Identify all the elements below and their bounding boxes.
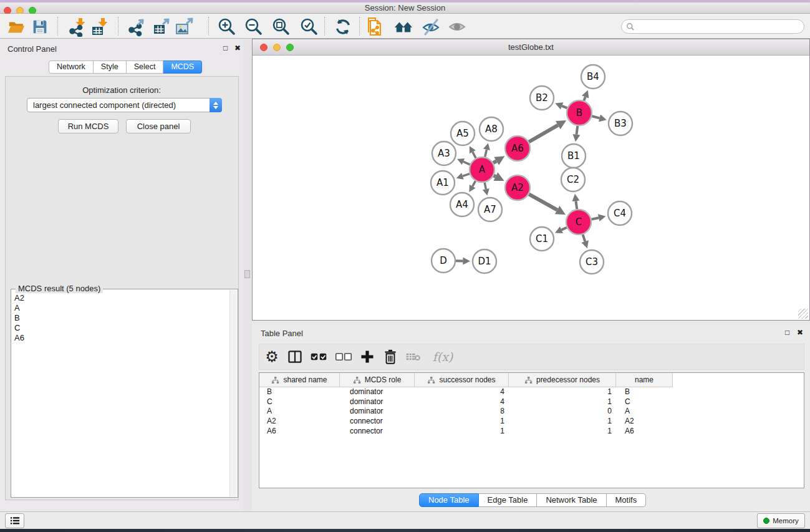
criterion-select[interactable]: largest connected component (directed): [27, 98, 222, 112]
delete-table-button[interactable]: [403, 344, 424, 369]
import-network-button[interactable]: [67, 17, 88, 37]
add-column-button[interactable]: [357, 344, 378, 369]
splitter-handle[interactable]: [244, 270, 250, 278]
graph-edge-A-A6[interactable]: [493, 161, 496, 163]
graph-edge-A-A2[interactable]: [494, 176, 496, 177]
search-field[interactable]: [621, 19, 804, 34]
table-cell[interactable]: C: [616, 397, 673, 407]
mcds-result-item[interactable]: A: [11, 303, 230, 313]
table-cell[interactable]: 1: [509, 397, 616, 407]
graph-edge-B-B3[interactable]: [592, 116, 599, 118]
network-view-window[interactable]: testGlobe.txt B4B2BB3A5A8A6B1A3AC2A1A2A4…: [252, 39, 810, 321]
column-header-shared-name[interactable]: shared name: [259, 373, 340, 387]
table-row[interactable]: A2connector11A2: [259, 417, 804, 427]
graph-edge-C-C2[interactable]: [576, 201, 577, 209]
table-cell[interactable]: dominator: [340, 397, 415, 407]
mcds-result-item[interactable]: B: [11, 313, 230, 323]
save-session-button[interactable]: [29, 17, 51, 37]
table-cell[interactable]: 0: [509, 407, 616, 417]
graph-edge-A-A1[interactable]: [463, 174, 470, 177]
table-cell[interactable]: 1: [415, 427, 509, 437]
new-network-from-selection-button[interactable]: [364, 17, 385, 37]
export-image-button[interactable]: [174, 17, 195, 37]
table-cell[interactable]: B: [259, 387, 340, 397]
import-table-button[interactable]: [89, 17, 110, 37]
table-cell[interactable]: A6: [616, 427, 673, 437]
table-cell[interactable]: A6: [259, 427, 340, 437]
zoom-in-button[interactable]: [216, 17, 238, 37]
table-cell[interactable]: 1: [509, 387, 616, 397]
show-hidden-button[interactable]: [446, 17, 468, 37]
network-minimize-button[interactable]: [273, 44, 281, 51]
graph-edge-B-B4[interactable]: [584, 97, 585, 100]
graph-edge-A-A8[interactable]: [485, 150, 487, 157]
run-mcds-button[interactable]: Run MCDS: [58, 119, 118, 133]
tab-node-table[interactable]: Node Table: [419, 493, 479, 507]
tab-mcds[interactable]: MCDS: [163, 60, 202, 74]
memory-button[interactable]: Memory: [757, 513, 805, 528]
apply-layout-button[interactable]: [332, 17, 354, 37]
table-cell[interactable]: 1: [415, 417, 509, 427]
graph-edge-C-C1[interactable]: [561, 228, 566, 230]
app-titlebar[interactable]: Session: New Session: [0, 2, 810, 14]
graph-edge-A6-B[interactable]: [529, 125, 558, 142]
graph-edge-A-A4[interactable]: [473, 181, 476, 186]
network-window-titlebar[interactable]: testGlobe.txt: [253, 39, 809, 56]
tab-network-table[interactable]: Network Table: [537, 493, 606, 507]
zoom-fit-button[interactable]: [271, 17, 292, 37]
table-cell[interactable]: 8: [415, 407, 509, 417]
open-session-button[interactable]: [6, 17, 27, 37]
graph-edge-C-C3[interactable]: [583, 235, 586, 241]
close-panel-button[interactable]: Close panel: [126, 119, 191, 133]
table-row[interactable]: Adominator80A: [259, 407, 804, 417]
mcds-result-item[interactable]: A6: [11, 333, 230, 343]
tab-select[interactable]: Select: [127, 60, 164, 74]
tab-motifs[interactable]: Motifs: [607, 493, 647, 507]
graph-edge-B-B2[interactable]: [562, 106, 567, 108]
graph-edge-C-C4[interactable]: [592, 218, 599, 219]
table-cell[interactable]: 4: [415, 387, 509, 397]
export-network-button[interactable]: [127, 17, 148, 37]
mcds-result-item[interactable]: A2: [11, 293, 230, 303]
table-row[interactable]: Bdominator41B: [259, 387, 804, 397]
table-float-icon[interactable]: □: [785, 329, 789, 336]
table-cell[interactable]: A2: [616, 417, 673, 427]
mcds-result-item[interactable]: C: [11, 323, 230, 333]
panel-splitter[interactable]: [243, 39, 252, 511]
graph-edge-A2-C[interactable]: [529, 194, 557, 210]
select-all-button[interactable]: [308, 344, 329, 369]
table-cell[interactable]: A2: [259, 417, 340, 427]
search-input[interactable]: [635, 22, 804, 31]
table-cell[interactable]: 4: [415, 397, 509, 407]
table-cell[interactable]: connector: [340, 427, 415, 437]
tab-style[interactable]: Style: [94, 60, 127, 74]
table-row[interactable]: A6connector11A6: [259, 427, 804, 437]
table-cell[interactable]: connector: [340, 417, 415, 427]
split-view-button[interactable]: [284, 344, 306, 369]
home-button[interactable]: [393, 17, 414, 37]
function-builder-button[interactable]: f(x): [429, 344, 456, 369]
tab-network[interactable]: Network: [49, 60, 94, 74]
tab-edge-table[interactable]: Edge Table: [479, 493, 538, 507]
table-cell[interactable]: A: [259, 407, 340, 417]
column-header-predecessor-nodes[interactable]: predecessor nodes: [509, 373, 616, 387]
result-scrollbar[interactable]: [229, 290, 237, 496]
export-table-button[interactable]: [151, 17, 172, 37]
table-cell[interactable]: dominator: [340, 387, 415, 397]
float-panel-icon[interactable]: □: [223, 44, 228, 52]
table-cell[interactable]: C: [259, 397, 340, 407]
graph-edge-A-A5[interactable]: [473, 152, 476, 158]
network-zoom-button[interactable]: [286, 44, 294, 51]
column-header-name[interactable]: name: [616, 373, 673, 387]
delete-column-button[interactable]: [380, 344, 401, 369]
table-row[interactable]: Cdominator41C: [259, 397, 804, 407]
column-header-successor-nodes[interactable]: successor nodes: [415, 373, 509, 387]
table-cell[interactable]: A: [616, 407, 673, 417]
network-close-button[interactable]: [260, 44, 268, 51]
mcds-result-list[interactable]: A2ABCA6: [11, 293, 230, 497]
table-close-icon[interactable]: ✖: [797, 329, 803, 336]
table-settings-button[interactable]: ⚙: [261, 344, 282, 369]
task-history-button[interactable]: [5, 513, 24, 528]
zoom-selected-button[interactable]: [299, 17, 320, 37]
close-panel-icon[interactable]: ✖: [234, 44, 241, 52]
